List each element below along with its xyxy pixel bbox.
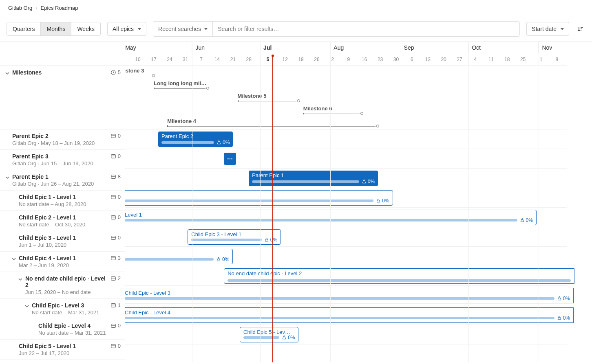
- milestone-label: Milestone 4: [167, 118, 196, 124]
- milestones-header-row[interactable]: Milestones 5: [0, 66, 125, 129]
- epic-timeline-row: Level 10%: [125, 208, 567, 227]
- sidebar-header-blank: [0, 42, 125, 66]
- epic-bar[interactable]: Child Epic - Level 30%: [125, 288, 574, 303]
- milestone-item[interactable]: Milestone 4: [167, 118, 378, 127]
- milestone-label: Long long long mil…: [154, 80, 206, 86]
- breadcrumb-group[interactable]: Gitlab Org: [8, 5, 32, 11]
- search-input[interactable]: [213, 22, 519, 36]
- svg-point-15: [521, 219, 523, 220]
- epic-progress-pct: 0%: [216, 257, 229, 262]
- epic-list-row[interactable]: Parent Epic 2Gitlab Org · May 18 – Jun 1…: [0, 129, 125, 150]
- epic-list-row[interactable]: Parent Epic 1Gitlab Org · Jun 26 – Aug 2…: [0, 170, 125, 191]
- milestone-end-icon: [297, 99, 300, 102]
- day-header: 19: [298, 57, 303, 62]
- epic-subtitle: Gitlab Org · May 18 – Jun 19, 2020: [12, 140, 108, 146]
- recent-searches-label: Recent searches: [158, 26, 201, 32]
- epic-subtitle: Jun 22 – Jul 17, 2020: [19, 350, 108, 356]
- view-range-group: Quarters Months Weeks: [7, 22, 101, 36]
- epic-child-count: 8: [108, 173, 121, 180]
- epic-subtitle: Mar 2 – Jun 19, 2020: [19, 262, 108, 268]
- epic-timeline-row: 0%: [125, 247, 567, 266]
- epic-list-row[interactable]: Child Epic - Level 4No start date – Mar …: [0, 319, 125, 340]
- epic-bar[interactable]: Level 10%: [125, 210, 537, 225]
- epic-list-row[interactable]: Child Epic - Level 3No start date – Mar …: [0, 299, 125, 319]
- day-header: 14: [214, 57, 220, 62]
- sort-dropdown[interactable]: Start date: [526, 22, 569, 36]
- view-months-button[interactable]: Months: [41, 22, 71, 35]
- epic-title: Child Epic - Level 4: [38, 322, 108, 329]
- month-header: Oct: [468, 42, 539, 53]
- sort-direction-icon[interactable]: [576, 24, 585, 34]
- chevron-down-icon: [204, 28, 208, 30]
- epic-timeline-row: Parent Epic 10%: [125, 169, 567, 188]
- epic-bar[interactable]: 0%: [125, 249, 233, 264]
- milestones-label: Milestones: [12, 69, 108, 76]
- view-quarters-button[interactable]: Quarters: [7, 22, 41, 35]
- epic-title: Parent Epic 2: [12, 133, 108, 139]
- svg-point-18: [559, 297, 560, 298]
- timeline[interactable]: MayJunJulAugSepOctNov 101724317142128512…: [125, 42, 592, 362]
- epic-bar-mini[interactable]: ⋯: [224, 153, 236, 165]
- chevron-down-icon[interactable]: [11, 256, 17, 262]
- epic-bar[interactable]: No end date child epic - Level 2: [224, 268, 574, 284]
- epic-list-row[interactable]: Child Epic 2 - Level 1No start date – Oc…: [0, 211, 125, 231]
- view-weeks-button[interactable]: Weeks: [71, 22, 100, 35]
- milestones-timeline-row: Milestone 3Long long long mil…Milestone …: [125, 66, 567, 129]
- milestone-bar: [303, 112, 362, 115]
- day-header: 4: [474, 57, 477, 62]
- milestone-item[interactable]: Milestone 5: [238, 93, 299, 102]
- epic-list-row[interactable]: Parent Epic 3Gitlab Org · Jun 15 – Jun 1…: [0, 150, 125, 170]
- epic-progress-bar: [191, 239, 262, 241]
- chevron-down-icon[interactable]: [24, 303, 30, 309]
- epic-bar[interactable]: Parent Epic 20%: [158, 132, 233, 147]
- milestone-item[interactable]: Milestone 6: [303, 106, 362, 115]
- epic-bar[interactable]: 0%: [125, 190, 393, 206]
- breadcrumb: Gitlab Org › Epics Roadmap: [0, 0, 592, 16]
- epic-list-row[interactable]: No end date child epic - Level 2Jun 15, …: [0, 272, 125, 299]
- milestone-label: Milestone 6: [303, 105, 332, 112]
- chevron-down-icon[interactable]: [4, 174, 11, 181]
- milestone-label: Milestone 5: [238, 93, 267, 99]
- epic-list-row[interactable]: Child Epic 1 - Level 1No start date – Au…: [0, 191, 125, 211]
- milestone-item[interactable]: Long long long mil…: [154, 81, 208, 90]
- epic-subtitle: No start date – Aug 28, 2020: [19, 201, 108, 207]
- milestone-end-icon: [206, 87, 209, 90]
- epic-list-row[interactable]: Child Epic 3 - Level 1Jun 1 – Jul 10, 20…: [0, 231, 125, 252]
- day-header: 25: [520, 57, 526, 62]
- epic-progress-bar: [125, 317, 554, 319]
- epic-bar[interactable]: Parent Epic 10%: [249, 171, 378, 186]
- svg-point-16: [266, 238, 267, 239]
- epic-title: Child Epic - Level 3: [32, 302, 108, 309]
- epic-title: Child Epic 4 - Level 1: [19, 255, 108, 261]
- svg-point-12: [219, 141, 220, 142]
- day-header: 28: [246, 57, 252, 62]
- recent-searches-dropdown[interactable]: Recent searches: [153, 22, 213, 36]
- chevron-down-icon[interactable]: [4, 70, 11, 77]
- search-bar: Recent searches: [153, 21, 520, 37]
- day-header: 13: [425, 57, 431, 62]
- epic-bar[interactable]: Child Epic 5 - Lev…0%: [240, 327, 298, 342]
- milestone-item[interactable]: Milestone 3: [125, 68, 154, 77]
- epic-title: No end date child epic - Level 2: [25, 275, 108, 288]
- chevron-down-icon[interactable]: [17, 276, 24, 283]
- epic-progress-pct: 0%: [557, 315, 570, 321]
- epic-bar[interactable]: Child Epic - Level 40%: [125, 307, 574, 323]
- epic-child-count: 1: [108, 302, 121, 308]
- epic-subtitle: Gitlab Org · Jun 15 – Jun 19, 2020: [12, 160, 108, 167]
- epic-list-row[interactable]: Child Epic 4 - Level 1Mar 2 – Jun 19, 20…: [0, 252, 125, 272]
- milestone-bar: [238, 100, 299, 102]
- milestone-end-icon: [152, 74, 155, 77]
- epic-title: Child Epic 2 - Level 1: [19, 214, 108, 221]
- day-header: 6: [411, 57, 413, 62]
- day-header: 12: [283, 57, 288, 62]
- epic-progress-bar: [125, 200, 373, 202]
- epic-bar[interactable]: Child Epic 3 - Level 10%: [188, 229, 281, 245]
- epics-filter-dropdown[interactable]: All epics: [107, 22, 146, 36]
- month-header: Jul: [260, 42, 330, 53]
- epic-subtitle: No start date – Oct 30, 2020: [19, 221, 108, 228]
- day-header: 10: [135, 57, 140, 62]
- svg-point-20: [284, 336, 285, 337]
- chevron-down-icon: [138, 28, 141, 30]
- svg-rect-6: [111, 236, 116, 239]
- epic-list-row[interactable]: Child Epic 5 - Level 1Jun 22 – Jul 17, 2…: [0, 340, 125, 360]
